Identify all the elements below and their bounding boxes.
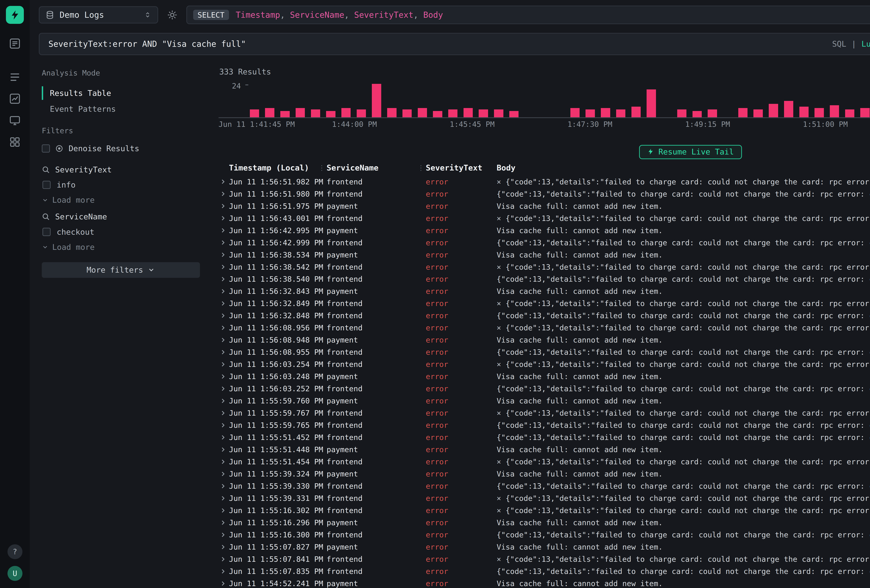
source-settings-button[interactable] (167, 10, 177, 20)
row-expander-icon[interactable] (217, 202, 229, 210)
column-header-body[interactable]: Body (497, 163, 870, 173)
row-expander-icon[interactable] (217, 434, 229, 441)
row-expander-icon[interactable] (217, 349, 229, 356)
log-row[interactable]: Jun 11 1:56:51.980 PMfrontenderror{"code… (217, 188, 870, 200)
log-row[interactable]: Jun 11 1:56:42.999 PMfrontenderror{"code… (217, 237, 870, 249)
sql-language-toggle[interactable]: SQL (832, 39, 846, 49)
row-expander-icon[interactable] (217, 300, 229, 307)
log-row[interactable]: Jun 11 1:55:51.454 PMfrontenderror×{"cod… (217, 456, 870, 468)
row-expander-icon[interactable] (217, 458, 229, 465)
chart-icon[interactable] (9, 92, 21, 105)
filter-option-info[interactable]: info (42, 180, 200, 189)
filter-group-header[interactable]: ServiceName (42, 212, 200, 221)
row-expander-icon[interactable] (217, 215, 229, 222)
column-header-severitytext[interactable]: SeverityText (426, 163, 497, 173)
row-expander-icon[interactable] (217, 568, 229, 575)
more-filters-button[interactable]: More filters (42, 262, 200, 278)
row-expander-icon[interactable] (217, 422, 229, 429)
monitor-icon[interactable] (9, 114, 21, 127)
log-row[interactable]: Jun 11 1:56:38.540 PMfrontenderror{"code… (217, 273, 870, 285)
search-logs-icon[interactable] (9, 37, 21, 50)
log-row[interactable]: Jun 11 1:56:51.975 PMpaymenterrorVisa ca… (217, 200, 870, 212)
row-expander-icon[interactable] (217, 336, 229, 344)
filter-group-header[interactable]: SeverityText (42, 165, 200, 174)
log-row[interactable]: Jun 11 1:55:51.448 PMpaymenterrorVisa ca… (217, 444, 870, 456)
dashboard-grid-icon[interactable] (9, 136, 21, 148)
log-row[interactable]: Jun 11 1:56:32.849 PMfrontenderror×{"cod… (217, 297, 870, 310)
source-select[interactable]: Demo Logs (39, 6, 158, 24)
row-expander-icon[interactable] (217, 312, 229, 319)
mode-results-table[interactable]: Results Table (42, 86, 200, 100)
checkbox[interactable] (42, 181, 51, 189)
row-expander-icon[interactable] (217, 556, 229, 563)
log-row[interactable]: Jun 11 1:54:52.241 PMpaymenterrorVisa ca… (217, 578, 870, 588)
checkbox[interactable] (42, 144, 50, 153)
row-expander-icon[interactable] (217, 580, 229, 587)
log-row[interactable]: Jun 11 1:56:03.252 PMfrontenderror{"code… (217, 383, 870, 395)
row-expander-icon[interactable] (217, 397, 229, 404)
row-expander-icon[interactable] (217, 386, 229, 392)
log-row[interactable]: Jun 11 1:56:08.955 PMfrontenderror{"code… (217, 346, 870, 358)
row-expander-icon[interactable] (217, 191, 229, 197)
log-row[interactable]: Jun 11 1:56:08.948 PMpaymenterrorVisa ca… (217, 334, 870, 346)
help-button[interactable]: ? (7, 544, 22, 559)
row-expander-icon[interactable] (217, 252, 229, 258)
load-more-servicename[interactable]: Load more (42, 243, 200, 252)
log-row[interactable]: Jun 11 1:55:16.296 PMpaymenterrorVisa ca… (217, 517, 870, 529)
log-row[interactable]: Jun 11 1:56:32.848 PMfrontenderror{"code… (217, 310, 870, 322)
row-expander-icon[interactable] (217, 543, 229, 551)
row-expander-icon[interactable] (217, 288, 229, 295)
column-resize-handle[interactable]: ⋮ (319, 164, 325, 172)
row-expander-icon[interactable] (217, 483, 229, 490)
row-expander-icon[interactable] (217, 507, 229, 514)
column-header-timestamp[interactable]: Timestamp (Local)⋮ (229, 163, 326, 173)
log-row[interactable]: Jun 11 1:56:03.248 PMpaymenterrorVisa ca… (217, 371, 870, 383)
log-row[interactable]: Jun 11 1:55:59.760 PMpaymenterrorVisa ca… (217, 395, 870, 407)
column-resize-handle[interactable]: ⋮ (418, 164, 425, 172)
row-expander-icon[interactable] (217, 446, 229, 453)
denoise-results-checkbox[interactable]: Denoise Results (42, 144, 200, 153)
mode-event-patterns[interactable]: Event Patterns (42, 102, 200, 116)
log-row[interactable]: Jun 11 1:55:59.765 PMfrontenderror{"code… (217, 419, 870, 431)
row-expander-icon[interactable] (217, 361, 229, 368)
results-histogram[interactable]: 24 Jun 11 1:41:45 PM1:44:00 PM1:45:45 PM… (217, 81, 870, 128)
app-logo[interactable] (6, 6, 24, 24)
log-row[interactable]: Jun 11 1:56:32.843 PMpaymenterrorVisa ca… (217, 285, 870, 297)
filter-option-checkout[interactable]: checkout (42, 227, 200, 237)
log-row[interactable]: Jun 11 1:55:07.827 PMpaymenterrorVisa ca… (217, 541, 870, 553)
log-row[interactable]: Jun 11 1:56:51.982 PMfrontenderror×{"cod… (217, 176, 870, 188)
resume-live-tail-button[interactable]: Resume Live Tail (639, 145, 742, 159)
row-expander-icon[interactable] (217, 325, 229, 331)
checkbox[interactable] (42, 228, 51, 236)
log-row[interactable]: Jun 11 1:55:39.331 PMfrontenderror×{"cod… (217, 492, 870, 504)
row-expander-icon[interactable] (217, 276, 229, 283)
row-expander-icon[interactable] (217, 470, 229, 477)
log-row[interactable]: Jun 11 1:55:16.302 PMfrontenderror×{"cod… (217, 504, 870, 517)
search-input[interactable]: SeverityText:error AND "Visa cache full"… (39, 33, 870, 55)
row-expander-icon[interactable] (217, 519, 229, 526)
row-expander-icon[interactable] (217, 239, 229, 246)
select-clause-input[interactable]: SELECT Timestamp, ServiceName, SeverityT… (186, 6, 870, 24)
log-row[interactable]: Jun 11 1:56:38.542 PMfrontenderror×{"cod… (217, 261, 870, 273)
row-expander-icon[interactable] (217, 178, 229, 185)
log-row[interactable]: Jun 11 1:55:07.841 PMfrontenderror×{"cod… (217, 553, 870, 565)
row-expander-icon[interactable] (217, 531, 229, 538)
column-header-servicename[interactable]: ServiceName⋮ (326, 163, 426, 173)
log-row[interactable]: Jun 11 1:55:16.300 PMfrontenderror{"code… (217, 529, 870, 541)
row-expander-icon[interactable] (217, 227, 229, 234)
lucene-language-toggle[interactable]: Lucene (861, 39, 870, 49)
log-row[interactable]: Jun 11 1:56:43.001 PMfrontenderror×{"cod… (217, 212, 870, 225)
log-row[interactable]: Jun 11 1:55:51.452 PMfrontenderror{"code… (217, 431, 870, 444)
log-row[interactable]: Jun 11 1:56:42.995 PMpaymenterrorVisa ca… (217, 225, 870, 237)
log-row[interactable]: Jun 11 1:55:39.330 PMfrontenderror{"code… (217, 480, 870, 492)
user-avatar[interactable]: U (7, 566, 22, 581)
row-expander-icon[interactable] (217, 410, 229, 417)
log-row[interactable]: Jun 11 1:56:38.534 PMpaymenterrorVisa ca… (217, 249, 870, 261)
row-expander-icon[interactable] (217, 263, 229, 270)
log-row[interactable]: Jun 11 1:55:59.767 PMfrontenderror×{"cod… (217, 407, 870, 419)
row-expander-icon[interactable] (217, 495, 229, 502)
list-icon[interactable] (9, 71, 21, 83)
row-expander-icon[interactable] (217, 373, 229, 380)
log-row[interactable]: Jun 11 1:56:03.254 PMfrontenderror×{"cod… (217, 358, 870, 371)
log-row[interactable]: Jun 11 1:56:08.956 PMfrontenderror×{"cod… (217, 322, 870, 334)
